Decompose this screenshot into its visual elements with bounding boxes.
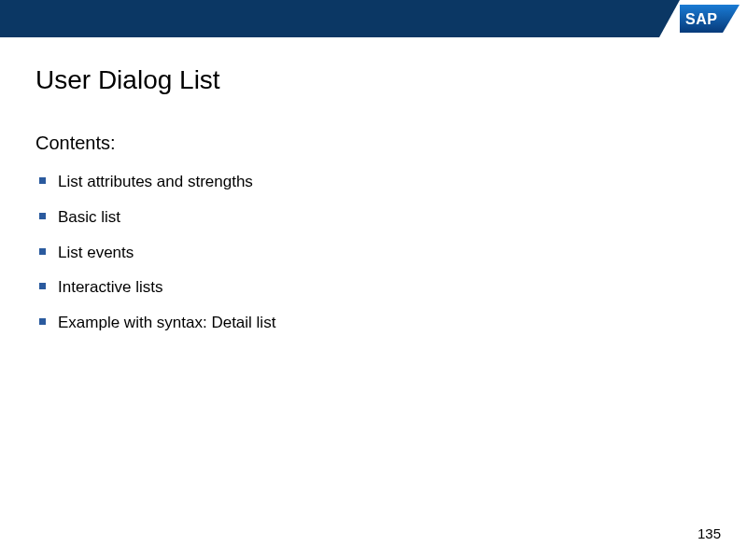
page-number: 135 (698, 525, 721, 541)
contents-heading: Contents: (35, 133, 712, 154)
contents-list: List attributes and strengths Basic list… (35, 171, 712, 334)
list-item: List events (37, 242, 712, 264)
list-item: Interactive lists (37, 276, 712, 299)
brand-logo-area: SAP (659, 0, 747, 37)
list-item: Example with syntax: Detail list (37, 312, 712, 334)
logo-slant-decoration (659, 0, 680, 37)
slide-title: User Dialog List (35, 65, 712, 95)
slide-content: User Dialog List Contents: List attribut… (0, 37, 747, 334)
header-bar: SAP (0, 0, 747, 37)
sap-logo-icon: SAP (680, 5, 740, 33)
list-item: Basic list (37, 206, 712, 229)
sap-logo-text: SAP (685, 11, 717, 27)
list-item: List attributes and strengths (37, 171, 712, 193)
logo-box: SAP (680, 0, 747, 37)
